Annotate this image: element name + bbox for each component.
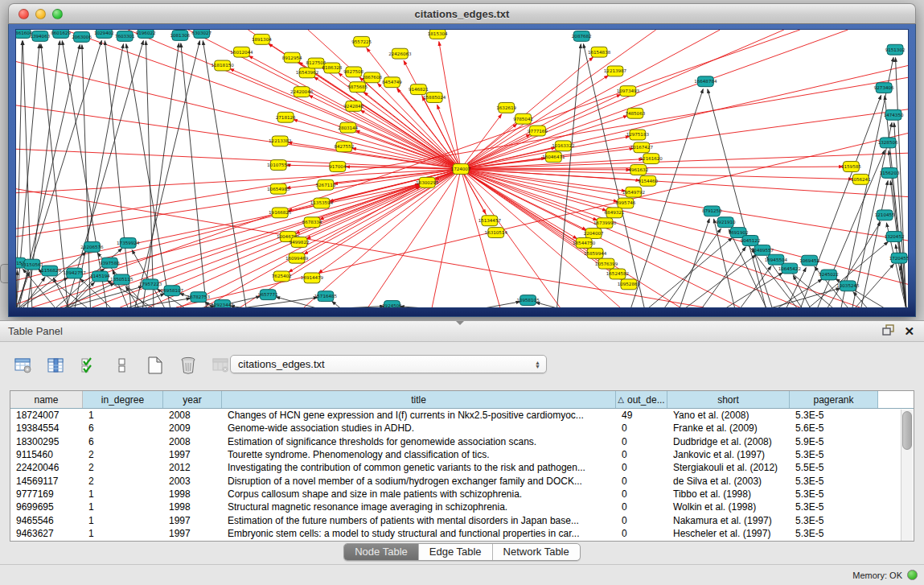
tab-network-table[interactable]: Network Table: [492, 544, 580, 560]
graph-node[interactable]: 7485063: [625, 108, 645, 118]
graph-node[interactable]: 5267110: [316, 179, 336, 190]
table-row[interactable]: 946362711997Embryonic stem cells: a mode…: [10, 527, 914, 540]
column-header-in-degree[interactable]: in_degree: [83, 391, 163, 408]
graph-node[interactable]: 8912954: [282, 52, 302, 63]
graph-node[interactable]: 12975183: [626, 130, 650, 140]
graph-node[interactable]: 1029402: [94, 30, 114, 38]
tab-edge-table[interactable]: Edge Table: [418, 544, 492, 560]
graph-node[interactable]: 1320452: [885, 232, 905, 242]
graph-node[interactable]: 16543962: [296, 68, 318, 78]
graph-node[interactable]: 4961632: [628, 165, 648, 175]
graph-node[interactable]: 8601629: [51, 30, 71, 38]
graph-node[interactable]: 11156829: [39, 266, 62, 276]
table-row[interactable]: 977716911998Corpus callosum shape and si…: [10, 488, 914, 501]
graph-node[interactable]: 1069452: [799, 255, 819, 266]
column-header-year[interactable]: year: [163, 391, 222, 408]
graph-node[interactable]: 9045122: [741, 236, 761, 246]
graph-node[interactable]: 9499822: [290, 237, 310, 248]
network-graph[interactable]: 1724007183002958912954165439622242004627…: [16, 30, 908, 307]
graph-node[interactable]: 9557225: [351, 36, 372, 47]
graph-node[interactable]: 9273406: [874, 83, 894, 93]
graph-node[interactable]: 1145194: [90, 271, 110, 282]
graph-node[interactable]: 1720455: [889, 253, 908, 263]
graph-node[interactable]: 8186328: [322, 63, 342, 73]
column-header-out-degree[interactable]: △out_de...: [616, 391, 667, 408]
graph-node[interactable]: 17957223: [139, 279, 162, 290]
graph-node[interactable]: 16739990: [593, 218, 617, 229]
graph-node[interactable]: 10958105: [516, 295, 540, 306]
graph-node[interactable]: 2718126: [276, 112, 296, 122]
graph-node[interactable]: 18544750: [573, 238, 596, 249]
table-row[interactable]: 1872400712008Changes of HCN gene express…: [10, 409, 914, 422]
clear-row-selection-icon[interactable]: [112, 355, 133, 376]
select-all-rows-icon[interactable]: [79, 355, 100, 376]
splitter-handle-icon[interactable]: [456, 321, 464, 325]
graph-node[interactable]: 13942757: [63, 268, 86, 278]
graph-node[interactable]: 17359924: [117, 238, 140, 249]
table-row[interactable]: 946554611997Estimation of the future num…: [10, 513, 914, 526]
close-panel-icon[interactable]: ✕: [904, 326, 914, 337]
graph-node[interactable]: 15859944: [584, 248, 607, 258]
graph-node[interactable]: 9151302: [885, 44, 906, 55]
graph-node[interactable]: 19549792: [622, 187, 645, 197]
graph-node[interactable]: 9397588: [100, 257, 120, 268]
column-header-short[interactable]: short: [667, 391, 790, 408]
graph-node[interactable]: 16099469: [285, 253, 309, 263]
graph-node[interactable]: 1891304: [252, 34, 272, 44]
graph-node[interactable]: 8995746: [616, 198, 636, 208]
graph-node[interactable]: 9245022: [819, 270, 839, 280]
graph-node[interactable]: 12213383: [269, 136, 292, 146]
graph-node[interactable]: 2803144: [338, 122, 358, 133]
column-header-name[interactable]: name: [10, 391, 83, 408]
column-header-title[interactable]: title: [222, 391, 616, 408]
graph-node[interactable]: 1056241: [851, 174, 871, 184]
table-row[interactable]: 1938455462009Genome-wide association stu…: [10, 422, 914, 435]
graph-node[interactable]: 9657771: [258, 290, 278, 300]
graph-node[interactable]: 16154838: [588, 47, 611, 57]
graph-node[interactable]: 12923448: [211, 300, 234, 307]
graph-node[interactable]: 1924506: [382, 301, 402, 307]
table-row[interactable]: 2242004622012Investigating the contribut…: [10, 461, 914, 474]
graph-node[interactable]: 9777169: [528, 126, 548, 136]
graph-node[interactable]: 1328506: [878, 138, 898, 148]
column-header-pagerank[interactable]: pagerank: [790, 391, 878, 408]
table-row[interactable]: 1456911722003Disruption of a novel membe…: [10, 474, 914, 487]
create-new-table-icon[interactable]: [145, 355, 166, 376]
table-row[interactable]: 969969511998Structural magnetic resonanc…: [10, 501, 914, 513]
graph-node[interactable]: 1159585: [841, 162, 861, 172]
graph-node[interactable]: 22426063: [388, 48, 412, 59]
graph-node[interactable]: 16914479: [301, 273, 324, 283]
delete-selected-rows-icon[interactable]: [178, 355, 199, 376]
table-source-select[interactable]: citations_edges.txt ▲▼: [230, 355, 547, 373]
graph-node[interactable]: 16012044: [230, 47, 253, 57]
graph-node[interactable]: 1081306: [170, 30, 190, 40]
graph-node[interactable]: 8791250: [702, 206, 722, 216]
graph-node[interactable]: 16524582: [606, 269, 629, 279]
graph-node[interactable]: 2063006: [72, 31, 92, 42]
tab-node-table[interactable]: Node Table: [344, 544, 418, 560]
table-row[interactable]: 1830029562008Estimation of significance …: [10, 435, 914, 448]
show-column-icon[interactable]: [46, 355, 67, 376]
graph-node[interactable]: 6303027: [191, 30, 211, 38]
graph-node[interactable]: 917004: [329, 162, 347, 172]
graph-node[interactable]: 15716485: [314, 291, 338, 302]
graph-node[interactable]: 10163322: [552, 141, 574, 151]
graph-node[interactable]: 1815304: [428, 30, 448, 39]
graph-node[interactable]: 12213987: [604, 66, 627, 76]
vertical-scrollbar[interactable]: [901, 410, 913, 541]
graph-node[interactable]: 2204007: [584, 229, 604, 239]
graph-node[interactable]: 6849321: [605, 208, 625, 218]
graph-node[interactable]: 16958107: [161, 286, 184, 296]
graph-node[interactable]: 9785042: [513, 113, 533, 124]
table-row[interactable]: 911546021997Tourette syndrome. Phenomeno…: [10, 448, 914, 461]
graph-node[interactable]: 1632619: [496, 102, 516, 113]
graph-node[interactable]: 9154460: [638, 175, 658, 186]
graph-node[interactable]: 10654985: [267, 183, 290, 194]
graph-node[interactable]: 16046471: [542, 152, 565, 163]
graph-node[interactable]: 10645422: [778, 263, 801, 274]
graph-node[interactable]: 5875685: [347, 82, 368, 93]
graph-node[interactable]: 9196022: [136, 30, 156, 38]
window-titlebar[interactable]: citations_edges.txt: [8, 3, 916, 24]
graph-node[interactable]: 9146821: [409, 84, 429, 95]
memory-ok-indicator-icon[interactable]: [907, 570, 918, 580]
